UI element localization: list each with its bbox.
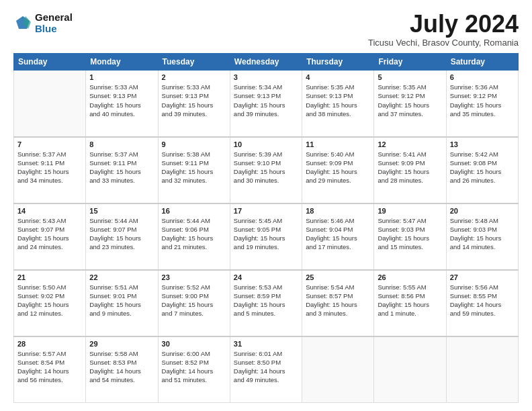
day-number: 9 — [162, 140, 226, 148]
table-row: 13Sunrise: 5:42 AMSunset: 9:08 PMDayligh… — [446, 137, 518, 203]
table-row: 16Sunrise: 5:44 AMSunset: 9:06 PMDayligh… — [158, 203, 230, 270]
logo: General Blue — [13, 12, 73, 34]
day-content: Sunrise: 5:37 AMSunset: 9:11 PMDaylight:… — [17, 150, 82, 185]
day-content: Sunrise: 5:37 AMSunset: 9:11 PMDaylight:… — [89, 150, 154, 185]
day-content: Sunrise: 5:52 AMSunset: 9:00 PMDaylight:… — [162, 283, 226, 318]
col-saturday: Saturday — [446, 54, 518, 71]
day-content: Sunrise: 5:42 AMSunset: 9:08 PMDaylight:… — [450, 150, 515, 185]
day-number: 31 — [234, 340, 298, 348]
day-number: 5 — [378, 73, 442, 81]
logo-text: General Blue — [35, 12, 73, 34]
day-content: Sunrise: 5:56 AMSunset: 8:55 PMDaylight:… — [450, 283, 515, 318]
day-content: Sunrise: 5:58 AMSunset: 8:53 PMDaylight:… — [89, 349, 154, 385]
table-row: 6Sunrise: 5:36 AMSunset: 9:12 PMDaylight… — [446, 71, 518, 137]
day-content: Sunrise: 5:57 AMSunset: 8:54 PMDaylight:… — [17, 349, 82, 385]
table-row: 2Sunrise: 5:33 AMSunset: 9:13 PMDaylight… — [158, 71, 230, 137]
day-content: Sunrise: 5:39 AMSunset: 9:10 PMDaylight:… — [234, 150, 298, 185]
day-content: Sunrise: 5:50 AMSunset: 9:02 PMDaylight:… — [17, 283, 82, 318]
table-row: 23Sunrise: 5:52 AMSunset: 9:00 PMDayligh… — [158, 270, 230, 336]
day-number: 25 — [306, 273, 370, 281]
day-content: Sunrise: 6:01 AMSunset: 8:50 PMDaylight:… — [234, 349, 298, 385]
day-content: Sunrise: 5:36 AMSunset: 9:12 PMDaylight:… — [450, 83, 515, 118]
day-number: 19 — [378, 207, 442, 215]
day-number: 7 — [17, 140, 82, 148]
table-row: 26Sunrise: 5:55 AMSunset: 8:56 PMDayligh… — [374, 270, 446, 336]
day-content: Sunrise: 5:38 AMSunset: 9:11 PMDaylight:… — [162, 150, 226, 185]
logo-blue: Blue — [35, 24, 73, 35]
week-row-5: 28Sunrise: 5:57 AMSunset: 8:54 PMDayligh… — [14, 336, 519, 403]
day-content: Sunrise: 5:44 AMSunset: 9:06 PMDaylight:… — [162, 216, 226, 252]
table-row: 9Sunrise: 5:38 AMSunset: 9:11 PMDaylight… — [158, 137, 230, 203]
day-number: 30 — [162, 340, 226, 348]
day-number: 28 — [17, 340, 82, 348]
table-row: 5Sunrise: 5:35 AMSunset: 9:12 PMDaylight… — [374, 71, 446, 137]
table-row: 24Sunrise: 5:53 AMSunset: 8:59 PMDayligh… — [230, 270, 302, 336]
col-monday: Monday — [86, 54, 158, 71]
day-content: Sunrise: 5:34 AMSunset: 9:13 PMDaylight:… — [234, 83, 298, 118]
week-row-2: 7Sunrise: 5:37 AMSunset: 9:11 PMDaylight… — [14, 137, 519, 203]
day-number: 6 — [450, 73, 515, 81]
day-number: 18 — [306, 207, 370, 215]
table-row: 7Sunrise: 5:37 AMSunset: 9:11 PMDaylight… — [14, 137, 86, 203]
day-number: 12 — [378, 140, 442, 148]
table-row: 10Sunrise: 5:39 AMSunset: 9:10 PMDayligh… — [230, 137, 302, 203]
table-row: 27Sunrise: 5:56 AMSunset: 8:55 PMDayligh… — [446, 270, 518, 336]
table-row: 4Sunrise: 5:35 AMSunset: 9:13 PMDaylight… — [302, 71, 374, 137]
day-content: Sunrise: 5:53 AMSunset: 8:59 PMDaylight:… — [234, 283, 298, 318]
logo-icon — [13, 14, 32, 33]
table-row: 15Sunrise: 5:44 AMSunset: 9:07 PMDayligh… — [86, 203, 158, 270]
day-number: 27 — [450, 273, 515, 281]
week-row-1: 1Sunrise: 5:33 AMSunset: 9:13 PMDaylight… — [14, 71, 519, 137]
day-number: 3 — [234, 73, 298, 81]
day-number: 10 — [234, 140, 298, 148]
day-content: Sunrise: 5:41 AMSunset: 9:09 PMDaylight:… — [378, 150, 442, 185]
day-number: 22 — [89, 273, 154, 281]
table-row — [374, 336, 446, 403]
day-number: 26 — [378, 273, 442, 281]
day-content: Sunrise: 5:44 AMSunset: 9:07 PMDaylight:… — [89, 216, 154, 252]
location: Ticusu Vechi, Brasov County, Romania — [368, 38, 519, 48]
header: General Blue July 2024 Ticusu Vechi, Bra… — [13, 12, 519, 48]
day-number: 29 — [89, 340, 154, 348]
day-content: Sunrise: 5:40 AMSunset: 9:09 PMDaylight:… — [306, 150, 370, 185]
day-content: Sunrise: 5:33 AMSunset: 9:13 PMDaylight:… — [162, 83, 226, 118]
table-row — [302, 336, 374, 403]
day-number: 11 — [306, 140, 370, 148]
table-row: 14Sunrise: 5:43 AMSunset: 9:07 PMDayligh… — [14, 203, 86, 270]
table-row — [446, 336, 518, 403]
table-row: 18Sunrise: 5:46 AMSunset: 9:04 PMDayligh… — [302, 203, 374, 270]
calendar-table: Sunday Monday Tuesday Wednesday Thursday… — [13, 53, 519, 403]
table-row: 11Sunrise: 5:40 AMSunset: 9:09 PMDayligh… — [302, 137, 374, 203]
day-number: 1 — [89, 73, 154, 81]
day-content: Sunrise: 5:45 AMSunset: 9:05 PMDaylight:… — [234, 216, 298, 252]
day-number: 14 — [17, 207, 82, 215]
table-row: 8Sunrise: 5:37 AMSunset: 9:11 PMDaylight… — [86, 137, 158, 203]
day-number: 24 — [234, 273, 298, 281]
table-row: 21Sunrise: 5:50 AMSunset: 9:02 PMDayligh… — [14, 270, 86, 336]
week-row-3: 14Sunrise: 5:43 AMSunset: 9:07 PMDayligh… — [14, 203, 519, 270]
table-row: 17Sunrise: 5:45 AMSunset: 9:05 PMDayligh… — [230, 203, 302, 270]
table-row: 19Sunrise: 5:47 AMSunset: 9:03 PMDayligh… — [374, 203, 446, 270]
day-number: 16 — [162, 207, 226, 215]
day-number: 4 — [306, 73, 370, 81]
table-row: 31Sunrise: 6:01 AMSunset: 8:50 PMDayligh… — [230, 336, 302, 403]
table-row: 28Sunrise: 5:57 AMSunset: 8:54 PMDayligh… — [14, 336, 86, 403]
day-content: Sunrise: 6:00 AMSunset: 8:52 PMDaylight:… — [162, 349, 226, 385]
table-row — [14, 71, 86, 137]
day-number: 21 — [17, 273, 82, 281]
table-row: 29Sunrise: 5:58 AMSunset: 8:53 PMDayligh… — [86, 336, 158, 403]
month-year: July 2024 — [368, 12, 519, 36]
day-content: Sunrise: 5:55 AMSunset: 8:56 PMDaylight:… — [378, 283, 442, 318]
day-content: Sunrise: 5:54 AMSunset: 8:57 PMDaylight:… — [306, 283, 370, 318]
day-content: Sunrise: 5:48 AMSunset: 9:03 PMDaylight:… — [450, 216, 515, 252]
title-section: July 2024 Ticusu Vechi, Brasov County, R… — [368, 12, 519, 48]
day-content: Sunrise: 5:35 AMSunset: 9:12 PMDaylight:… — [378, 83, 442, 118]
day-number: 17 — [234, 207, 298, 215]
table-row: 30Sunrise: 6:00 AMSunset: 8:52 PMDayligh… — [158, 336, 230, 403]
col-wednesday: Wednesday — [230, 54, 302, 71]
day-content: Sunrise: 5:35 AMSunset: 9:13 PMDaylight:… — [306, 83, 370, 118]
table-row: 20Sunrise: 5:48 AMSunset: 9:03 PMDayligh… — [446, 203, 518, 270]
col-thursday: Thursday — [302, 54, 374, 71]
day-number: 23 — [162, 273, 226, 281]
day-content: Sunrise: 5:47 AMSunset: 9:03 PMDaylight:… — [378, 216, 442, 252]
